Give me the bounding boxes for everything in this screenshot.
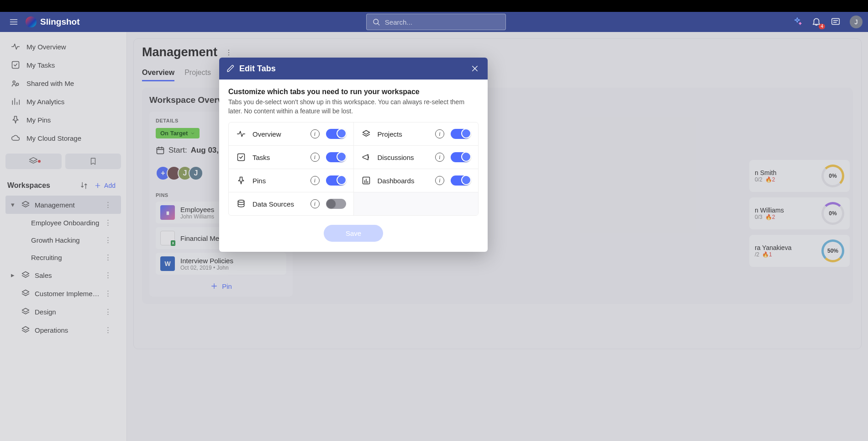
edit-tabs-modal: Edit Tabs Customize which tabs you need … [219,58,488,252]
layers-icon [361,129,371,139]
info-icon[interactable]: i [310,176,320,185]
save-button[interactable]: Save [324,225,383,242]
info-icon[interactable]: i [310,199,320,208]
info-icon[interactable]: i [435,153,444,162]
search-input[interactable] [385,18,500,26]
toggle-tasks[interactable] [326,152,346,162]
notifications-button[interactable]: 4 [811,16,822,27]
toggle-overview[interactable] [326,129,346,139]
tab-option-overview: Overviewi [229,122,354,145]
tab-option-label: Tasks [253,154,304,161]
tab-option-dashboards: Dashboardsi [354,169,479,192]
tab-option-label: Data Sources [253,200,304,208]
toggle-projects[interactable] [451,129,471,139]
tab-option-label: Overview [253,130,304,138]
modal-title: Edit Tabs [239,64,465,74]
toggle-discussions[interactable] [451,152,471,162]
tab-option-tasks: Tasksi [229,146,354,169]
user-avatar[interactable]: J [850,16,863,28]
global-search[interactable] [366,14,506,30]
app-header: Slingshot 4 J [0,12,868,32]
messages-button[interactable] [831,16,842,27]
empty-cell [354,192,479,215]
dashboard-icon [361,175,371,186]
svg-point-40 [238,200,244,202]
brand-logo[interactable]: Slingshot [26,16,80,27]
toggle-data-sources[interactable] [326,199,346,209]
tab-option-data-sources: Data Sourcesi [229,192,354,215]
tab-option-projects: Projectsi [354,122,479,145]
check-icon [236,152,246,162]
ai-sparkle-icon[interactable] [792,16,803,27]
tab-option-label: Dashboards [378,177,429,185]
svg-marker-34 [363,131,369,134]
hamburger-menu[interactable] [5,14,22,30]
svg-rect-35 [238,154,245,161]
info-icon[interactable]: i [435,176,444,185]
brand-name: Slingshot [40,17,80,27]
tab-option-pins: Pinsi [229,169,354,192]
close-icon [471,64,479,73]
toggle-dashboards[interactable] [451,175,471,186]
info-icon[interactable]: i [310,129,320,138]
toggle-pins[interactable] [326,175,346,186]
pin-icon [236,175,246,186]
tab-option-label: Pins [253,177,304,185]
svg-rect-5 [832,19,840,25]
database-icon [236,199,246,209]
close-button[interactable] [469,63,480,74]
svg-line-4 [378,23,379,25]
tab-option-discussions: Discussionsi [354,146,479,169]
tab-option-label: Projects [378,130,429,138]
tab-option-label: Discussions [378,154,429,161]
info-icon[interactable]: i [310,153,320,162]
activity-icon [236,129,246,139]
pencil-icon [226,64,235,73]
modal-lead: Customize which tabs you need to run you… [228,88,479,96]
search-icon [372,18,380,26]
info-icon[interactable]: i [435,129,444,138]
logo-icon [26,16,37,27]
megaphone-icon [361,152,371,162]
modal-desc: Tabs you de-select won't show up in this… [228,98,479,116]
notif-badge: 4 [819,24,825,29]
